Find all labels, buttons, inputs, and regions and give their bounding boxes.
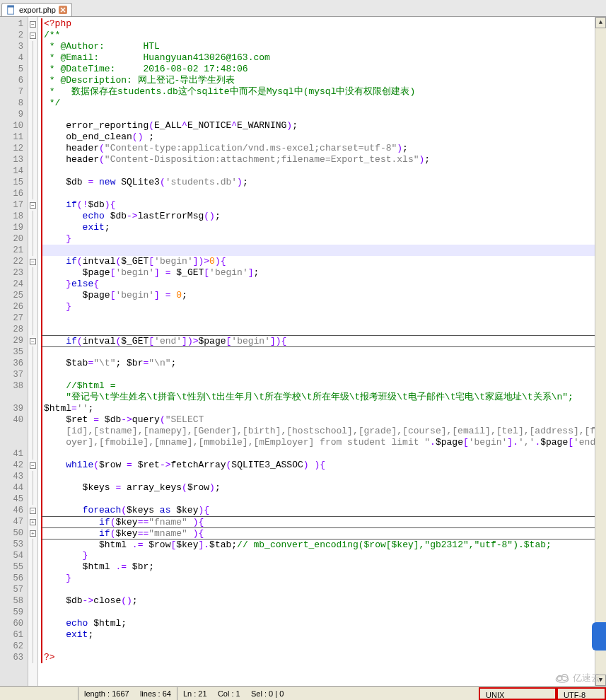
vertical-scrollbar[interactable]: ▲ ▼ (595, 17, 606, 686)
code-line[interactable]: * 数据保存在students.db这个sqlite中而不是Mysql中(mys… (41, 86, 606, 98)
code-line[interactable] (41, 324, 606, 335)
code-line[interactable]: "登记号\t学生姓名\t拼音\t性别\t出生年月\t所在学校\t所在年级\t报考… (41, 392, 606, 403)
status-eol[interactable]: UNIX (479, 687, 557, 700)
line-number: 61 (0, 629, 28, 641)
code-line[interactable]: ?> (41, 652, 606, 663)
code-line[interactable]: } (41, 550, 606, 561)
fold-minus-icon[interactable]: − (30, 462, 36, 469)
code-line[interactable] (41, 313, 606, 324)
code-line[interactable]: //$html = (41, 380, 606, 392)
fold-minus-icon[interactable]: − (30, 21, 36, 28)
line-number: 27 (0, 313, 28, 324)
code-line[interactable]: $db = new SQLite3('students.db'); (41, 177, 606, 188)
fold-minus-icon[interactable]: − (30, 33, 36, 39)
code-line[interactable]: $page['begin'] = $_GET['begin']; (41, 267, 606, 279)
code-line[interactable]: } (41, 301, 606, 313)
file-tab[interactable]: export.php (1, 3, 72, 16)
code-line[interactable]: exit; (41, 629, 606, 641)
code-line[interactable] (41, 607, 606, 618)
line-number: 35 (0, 346, 28, 358)
line-gutter: 1234567891011121314151617181920212223242… (0, 17, 28, 686)
code-line[interactable]: /** (41, 30, 606, 41)
code-line[interactable]: $keys = array_keys($row); (41, 482, 606, 494)
line-number (0, 437, 28, 448)
code-line[interactable]: header("Content-Disposition:attachment;f… (41, 154, 606, 165)
code-line[interactable]: } (41, 573, 606, 584)
code-line[interactable]: $page['begin'] = 0; (41, 290, 606, 301)
code-line[interactable]: * @Description: 网上登记-导出学生列表 (41, 75, 606, 86)
line-number: 1 (0, 18, 28, 30)
code-line[interactable] (41, 245, 606, 256)
code-line[interactable] (41, 188, 606, 199)
code-line[interactable] (41, 584, 606, 595)
code-line[interactable]: $tab="\t"; $br="\n"; (41, 358, 606, 369)
fold-cell (28, 448, 37, 460)
fold-cell (28, 471, 37, 482)
code-line[interactable]: */ (41, 98, 606, 109)
fold-cell (28, 561, 37, 573)
fold-minus-icon[interactable]: − (30, 259, 36, 265)
code-line[interactable]: if($key=="fname" ){ (41, 516, 606, 527)
code-line[interactable]: if(intval($_GET['begin'])>0){ (41, 256, 606, 267)
scroll-up-button[interactable]: ▲ (595, 17, 606, 28)
code-line[interactable] (41, 346, 606, 358)
line-number: 56 (0, 573, 28, 584)
code-line[interactable] (41, 369, 606, 380)
code-line[interactable]: echo $html; (41, 618, 606, 629)
code-line[interactable]: $db->close(); (41, 595, 606, 607)
fold-cell (28, 369, 37, 380)
line-number: 58 (0, 595, 28, 607)
code-line[interactable]: * @Email: Huangyuan413026@163.com (41, 52, 606, 64)
code-line[interactable]: if($key=="mname" ){ (41, 527, 606, 539)
fold-minus-icon[interactable]: − (30, 508, 36, 514)
fold-cell (28, 324, 37, 335)
line-number: 19 (0, 222, 28, 233)
code-line[interactable]: ob_end_clean() ; (41, 132, 606, 143)
code-line[interactable]: <?php (41, 18, 606, 30)
fold-cell (28, 86, 37, 98)
code-line[interactable]: $ret = $db->query("SELECT (41, 414, 606, 426)
fold-cell (28, 188, 37, 199)
line-number: 17 (0, 199, 28, 211)
code-line[interactable] (41, 165, 606, 177)
code-line[interactable]: while($row = $ret->fetchArray(SQLITE3_AS… (41, 460, 606, 471)
editor-area[interactable]: 1234567891011121314151617181920212223242… (0, 17, 606, 686)
code-line[interactable]: [id],[stname],[namepy],[Gender],[birth],… (41, 426, 606, 437)
code-line[interactable]: error_reporting(E_ALL^E_NOTICE^E_WARNING… (41, 120, 606, 132)
close-icon[interactable] (59, 6, 67, 14)
fold-plus-icon[interactable]: + (30, 530, 36, 537)
code-line[interactable] (41, 471, 606, 482)
code-line[interactable] (41, 641, 606, 652)
code-line[interactable]: exit; (41, 222, 606, 233)
fold-cell (28, 380, 37, 392)
code-line[interactable]: $html .= $row[$key].$tab;// mb_convert_e… (41, 539, 606, 550)
fold-cell (28, 290, 37, 301)
status-encoding[interactable]: UTF-8 (557, 687, 606, 700)
code-line[interactable] (41, 448, 606, 460)
code-line[interactable]: if(intval($_GET['end'])>$page['begin']){ (41, 335, 606, 346)
fold-plus-icon[interactable]: + (30, 519, 36, 525)
code-line[interactable]: header("Content-type:application/vnd.ms-… (41, 143, 606, 154)
code-line[interactable]: $html .= $br; (41, 561, 606, 573)
line-number: 57 (0, 584, 28, 595)
code-line[interactable]: echo $db->lastErrorMsg(); (41, 211, 606, 222)
code-line[interactable]: $html=''; (41, 403, 606, 414)
fold-cell (28, 233, 37, 245)
code-line[interactable]: }else{ (41, 279, 606, 290)
line-number: 8 (0, 98, 28, 109)
code-line[interactable]: oyer],[fmobile],[mname],[mmobile],[mEmpl… (41, 437, 606, 448)
code-line[interactable]: foreach($keys as $key){ (41, 505, 606, 516)
fold-cell: − (28, 460, 37, 471)
fold-minus-icon[interactable]: − (30, 202, 36, 209)
side-widget-icon[interactable] (592, 622, 606, 651)
code-line[interactable]: if(!$db){ (41, 199, 606, 211)
fold-minus-icon[interactable]: − (30, 338, 36, 344)
code-line[interactable]: * @Author: HTL (41, 41, 606, 52)
code-line[interactable]: * @DateTime: 2016-08-02 17:48:06 (41, 64, 606, 75)
code-line[interactable] (41, 109, 606, 120)
line-number: 11 (0, 132, 28, 143)
line-number: 54 (0, 550, 28, 561)
code-line[interactable] (41, 494, 606, 505)
code-line[interactable]: } (41, 233, 606, 245)
code-content[interactable]: <?php/** * @Author: HTL * @Email: Huangy… (38, 17, 606, 686)
